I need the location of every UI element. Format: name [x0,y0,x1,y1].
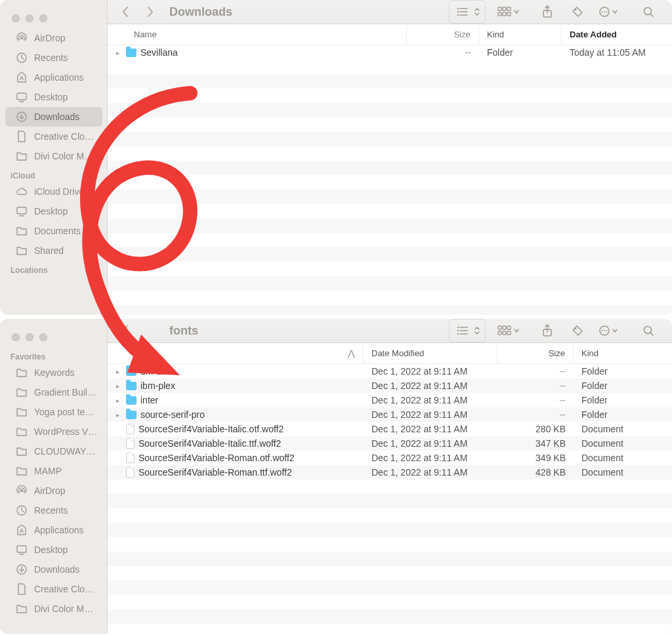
zoom-dot[interactable] [39,14,47,22]
forward-button[interactable] [142,2,159,22]
file-kind: Folder [574,364,672,379]
minimize-dot[interactable] [26,14,33,22]
svg-rect-7 [503,7,506,10]
svg-rect-8 [507,7,511,10]
view-list-button[interactable] [449,0,486,24]
table-row[interactable]: SourceSerif4Variable-Roman.ttf.woff2 Dec… [108,465,672,480]
sidebar-item-airdrop[interactable]: AirDrop [5,481,102,501]
file-modified: Dec 1, 2022 at 9:11 AM [364,407,497,422]
sidebar-item-downloads[interactable]: Downloads [5,560,102,579]
table-row[interactable]: ▸ Sevillana -- Folder Today at 11:05 AM [108,45,672,60]
sidebar-item-label: Desktop [34,206,68,216]
file-modified: Dec 1, 2022 at 9:11 AM [364,364,497,379]
sidebar-item-divicolorm[interactable]: Divi Color M… [5,599,102,619]
zoom-dot[interactable] [39,333,47,341]
disclosure-triangle-icon[interactable]: ▸ [113,397,122,404]
action-button[interactable] [598,3,627,21]
sidebar-item-label: Applications [34,72,84,83]
search-button[interactable] [639,3,658,21]
file-size: 347 KB [497,436,574,451]
sidebar-item-shared[interactable]: Shared [5,241,102,260]
col-name[interactable]: Name⋀ [108,343,364,363]
col-kind[interactable]: Kind [574,343,672,363]
col-size[interactable]: Size [497,343,574,363]
rows[interactable]: ▸ dm-sans Dec 1, 2022 at 9:11 AM -- Fold… [108,364,672,634]
file-name: inter [140,395,158,405]
file-kind: Document [574,422,672,436]
table-row[interactable]: SourceSerif4Variable-Italic.ttf.woff2 De… [108,436,672,451]
sidebar-item-documents[interactable]: Documents [5,221,102,241]
sidebar-item-gradientbuil[interactable]: Gradient Buil… [5,382,102,402]
table-row[interactable]: ▸ inter Dec 1, 2022 at 9:11 AM -- Folder [108,393,672,407]
sidebar-item-yogapostte[interactable]: Yoga post te… [5,402,102,422]
sidebar-item-recents[interactable]: Recents [5,48,102,68]
disclosure-triangle-icon[interactable]: ▸ [113,49,122,56]
table-row[interactable]: SourceSerif4Variable-Italic.otf.woff2 De… [108,422,672,436]
list-icon [453,3,472,21]
apps-icon: A [16,72,28,83]
tag-button[interactable] [568,3,587,21]
sidebar-item-desktop[interactable]: Desktop [5,201,102,221]
file-kind: Folder [574,393,672,407]
share-button[interactable] [538,3,556,21]
back-button[interactable] [117,321,134,340]
svg-text:A: A [20,527,24,534]
sidebar-item-cloudway[interactable]: CLOUDWAY… [5,441,102,461]
group-button[interactable] [497,3,526,21]
close-dot[interactable] [12,14,20,22]
sidebar-item-divicolorm[interactable]: Divi Color M… [5,146,102,166]
back-button[interactable] [117,2,134,22]
disclosure-triangle-icon[interactable]: ▸ [113,368,122,375]
rows[interactable]: ▸ Sevillana -- Folder Today at 11:05 AM [108,45,672,315]
share-button[interactable] [538,321,556,340]
col-date-modified[interactable]: Date Modified [364,343,497,363]
sidebar-item-creativeclo[interactable]: Creative Clo… [5,127,102,146]
sidebar-item-wordpressv[interactable]: WordPress V… [5,422,102,441]
sidebar-item-recents[interactable]: Recents [5,501,102,520]
folder-icon [16,465,28,477]
sidebar-item-applications[interactable]: A Applications [5,520,102,540]
sidebar-item-iclouddrive[interactable]: iCloud Drive [5,182,102,201]
tag-button[interactable] [568,321,587,340]
minimize-dot[interactable] [26,333,33,341]
doc-icon [16,583,28,595]
empty-stripes [108,60,672,315]
table-row[interactable]: ▸ ibm-plex Dec 1, 2022 at 9:11 AM -- Fol… [108,379,672,393]
sidebar-item-airdrop[interactable]: AirDrop [5,28,102,48]
sidebar-item-desktop[interactable]: Desktop [5,540,102,560]
sidebar-item-creativeclo[interactable]: Creative Clo… [5,579,102,599]
folder-icon [16,406,28,418]
desktop-icon [16,205,28,217]
col-name[interactable]: Name [108,24,407,45]
search-button[interactable] [639,321,658,340]
sidebar-item-downloads[interactable]: Downloads [5,107,102,127]
sidebar-item-label: AirDrop [34,33,65,43]
sidebar-item-mamp[interactable]: MAMP [5,461,102,481]
disclosure-triangle-icon[interactable]: ▸ [113,411,122,419]
sidebar-item-desktop[interactable]: Desktop [5,87,102,107]
airdrop-icon [16,32,28,44]
col-kind[interactable]: Kind [479,24,562,45]
finder-window-downloads: Downloads AirDrop Recents [0,0,672,315]
col-date-added[interactable]: Date Added [562,24,672,45]
sidebar-item-label: Applications [34,525,84,535]
folder-icon [16,445,28,457]
download-icon [16,563,28,575]
table-row[interactable]: ▸ source-serif-pro Dec 1, 2022 at 9:11 A… [108,407,672,422]
sidebar-item-keywords[interactable]: Keywords [5,363,102,382]
action-button[interactable] [598,321,627,340]
close-dot[interactable] [12,333,20,341]
group-button[interactable] [497,321,526,340]
table-row[interactable]: SourceSerif4Variable-Roman.otf.woff2 Dec… [108,451,672,465]
sidebar-item-applications[interactable]: A Applications [5,68,102,87]
svg-point-5 [458,15,459,16]
file-icon [126,424,135,434]
table-row[interactable]: ▸ dm-sans Dec 1, 2022 at 9:11 AM -- Fold… [108,364,672,379]
view-list-button[interactable] [449,319,486,342]
svg-rect-34 [498,326,501,329]
sidebar-item-label: Keywords [34,367,74,378]
file-modified: Dec 1, 2022 at 9:11 AM [364,393,497,407]
col-size[interactable]: Size [407,24,479,45]
file-icon [126,467,135,478]
disclosure-triangle-icon[interactable]: ▸ [113,382,122,390]
